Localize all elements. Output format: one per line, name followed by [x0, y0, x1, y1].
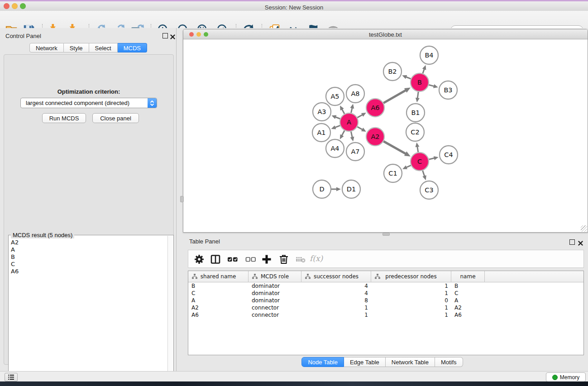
- graph-node-B2[interactable]: B2: [383, 62, 402, 81]
- graph-edge-A-A7[interactable]: [351, 132, 352, 138]
- graph-node-D1[interactable]: D1: [342, 180, 360, 198]
- column-header-predecessor-nodes[interactable]: predecessor nodes: [371, 271, 451, 282]
- table-cell: 1: [301, 312, 371, 318]
- vertical-scrollbar-thumb[interactable]: [180, 196, 184, 202]
- control-panel: Control Panel NetworkStyleSelectMCDS Opt…: [0, 28, 177, 371]
- graph-edge-C-C3[interactable]: [423, 171, 425, 177]
- table-tab-node-table[interactable]: Node Table: [301, 357, 344, 367]
- graph-node-C1[interactable]: C1: [384, 164, 402, 182]
- column-header-successor-nodes[interactable]: successor nodes: [301, 271, 371, 282]
- table-cell: dominator: [249, 297, 301, 304]
- tab-style[interactable]: Style: [64, 43, 89, 52]
- graph-edge-C-C4[interactable]: [429, 158, 435, 159]
- graph-node-A4[interactable]: A4: [326, 139, 344, 157]
- float-panel-icon[interactable]: [163, 33, 168, 38]
- run-mcds-button[interactable]: Run MCDS: [42, 113, 86, 123]
- delete-icon[interactable]: [278, 254, 289, 265]
- graph-edge-C-C2[interactable]: [417, 146, 418, 152]
- table-cell: 1: [371, 312, 451, 318]
- result-list-item[interactable]: A6: [11, 268, 168, 275]
- resize-grip[interactable]: [581, 225, 587, 232]
- result-list-item[interactable]: A2: [11, 239, 168, 246]
- graph-node-A3[interactable]: A3: [313, 103, 331, 121]
- horizontal-scrollbar-thumb[interactable]: [382, 233, 390, 236]
- graph-edge-B-B1[interactable]: [417, 92, 418, 99]
- close-panel-icon[interactable]: [170, 33, 175, 38]
- tree-column-icon: [375, 274, 380, 279]
- result-list-item[interactable]: A: [11, 246, 168, 253]
- deselect-all-rows-icon[interactable]: [245, 254, 256, 265]
- graph-node-C3[interactable]: C3: [420, 181, 438, 199]
- graph-edge-A6-B[interactable]: [383, 90, 406, 103]
- table-close-panel-icon[interactable]: [578, 239, 583, 244]
- graph-node-A2[interactable]: A2: [366, 128, 384, 146]
- task-history-button[interactable]: [5, 373, 18, 381]
- table-tab-edge-table[interactable]: Edge Table: [344, 357, 386, 367]
- table-row[interactable]: A6connector11A6: [188, 311, 583, 319]
- select-all-rows-icon[interactable]: [227, 254, 238, 265]
- graph-edge-A-A6[interactable]: [357, 114, 363, 118]
- graph-node-A1[interactable]: A1: [312, 124, 330, 142]
- table-cell: 1: [371, 290, 451, 296]
- graph-node-B1[interactable]: B1: [406, 104, 425, 122]
- graph-node-A7[interactable]: A7: [346, 143, 364, 161]
- result-scrollbar[interactable]: [167, 236, 173, 386]
- settings-icon[interactable]: [194, 254, 205, 265]
- edge-arrowhead-icon: [422, 175, 426, 180]
- graph-edge-A2-C[interactable]: [383, 141, 406, 154]
- edge-arrowhead-icon: [416, 143, 420, 148]
- graph-node-A8[interactable]: A8: [346, 85, 364, 103]
- graph-node-A5[interactable]: A5: [326, 87, 344, 105]
- main-toolbar: [0, 11, 588, 29]
- table-cell: B: [451, 283, 485, 289]
- column-header-name[interactable]: name: [451, 271, 485, 282]
- svg-text:C3: C3: [425, 186, 433, 194]
- criterion-dropdown[interactable]: largest connected component (directed): [20, 98, 157, 108]
- table-float-panel-icon[interactable]: [569, 239, 575, 245]
- graph-node-A[interactable]: A: [340, 113, 358, 131]
- table-cell: A6: [188, 312, 249, 318]
- column-header-shared-name[interactable]: shared name: [188, 271, 249, 282]
- table-cell: dominator: [249, 283, 301, 289]
- network-window-titlebar[interactable]: testGlobe.txt: [183, 29, 588, 39]
- graph-edge-A-A2[interactable]: [357, 127, 363, 130]
- add-icon[interactable]: [261, 254, 272, 265]
- graph-node-C4[interactable]: C4: [440, 146, 458, 164]
- table-row[interactable]: Cdominator41C: [188, 290, 583, 297]
- result-list-item[interactable]: C: [11, 261, 168, 268]
- network-canvas[interactable]: B4B2BB3A5A8A6A3B1AA1C2A2A4A7C4CC1C3DD1: [183, 39, 588, 232]
- result-list-item[interactable]: B: [11, 253, 168, 261]
- mcds-result-list[interactable]: A2ABCA6: [9, 239, 168, 386]
- node-table[interactable]: shared nameMCDS rolesuccessor nodesprede…: [188, 271, 584, 355]
- graph-node-C2[interactable]: C2: [406, 123, 424, 141]
- graph-edge-A-A4[interactable]: [342, 131, 344, 136]
- svg-text:A: A: [347, 119, 351, 126]
- tab-mcds[interactable]: MCDS: [118, 43, 147, 52]
- svg-text:A6: A6: [371, 104, 379, 111]
- graph-node-C[interactable]: C: [411, 152, 429, 171]
- graph-node-A6[interactable]: A6: [366, 99, 384, 117]
- mcds-result-title: MCDS result (5 nodes): [11, 232, 74, 238]
- network-view-window[interactable]: testGlobe.txt B4B2BB3A5A8A6A3B1AA1C2A2A4…: [183, 29, 588, 233]
- tab-select[interactable]: Select: [89, 43, 118, 52]
- table-cell: B: [188, 283, 249, 289]
- table-row[interactable]: A2connector11A2: [188, 304, 583, 311]
- tab-network[interactable]: Network: [29, 43, 64, 52]
- graph-node-D[interactable]: D: [313, 180, 331, 198]
- column-header-mcds-role[interactable]: MCDS role: [249, 271, 301, 282]
- table-cell: 1: [371, 283, 451, 289]
- svg-text:A5: A5: [330, 93, 339, 100]
- graph-node-B[interactable]: B: [411, 73, 429, 91]
- graph-node-B3[interactable]: B3: [439, 81, 457, 99]
- list-icon: [8, 375, 14, 380]
- table-tab-network-table[interactable]: Network Table: [386, 357, 435, 367]
- delete-table-icon: [295, 254, 306, 265]
- table-row[interactable]: Adominator80A: [188, 297, 583, 304]
- graph-node-B4[interactable]: B4: [420, 46, 438, 64]
- memory-button[interactable]: Memory: [546, 372, 586, 382]
- close-panel-button[interactable]: Close panel: [92, 113, 139, 123]
- desktop-background-strip: [0, 381, 588, 386]
- show-columns-icon[interactable]: [210, 254, 221, 265]
- table-row[interactable]: Bdominator41B: [188, 282, 583, 290]
- table-tab-motifs[interactable]: Motifs: [435, 357, 463, 367]
